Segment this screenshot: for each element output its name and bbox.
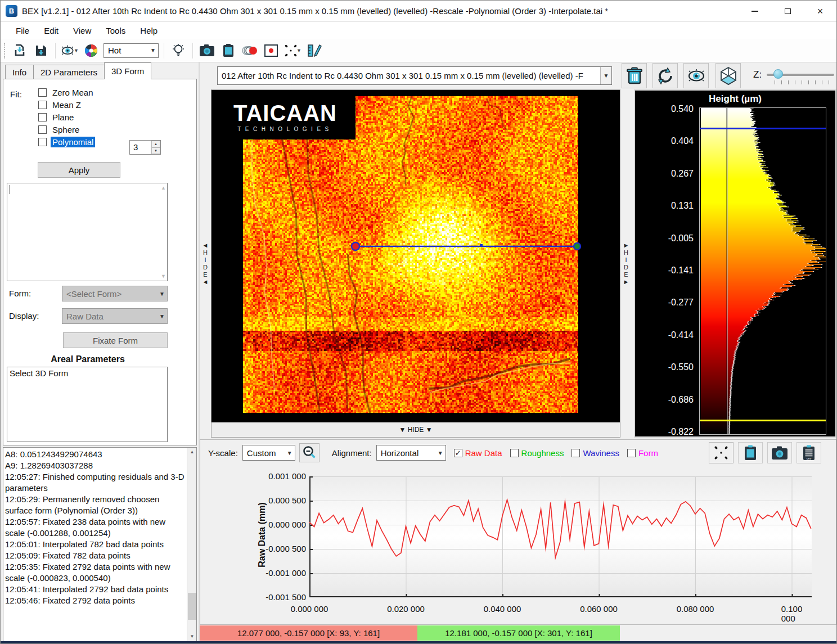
fixate-form-button[interactable]: Fixate Form — [63, 332, 168, 348]
marker-button[interactable] — [262, 42, 280, 60]
apply-button[interactable]: Apply — [38, 162, 120, 178]
fit-checkbox[interactable] — [38, 88, 47, 97]
left-tabs: Info2D Parameters3D Form — [5, 64, 151, 79]
zoom-out-button[interactable] — [299, 443, 320, 462]
fit-option-label[interactable]: Sphere — [51, 124, 81, 135]
menu-item[interactable]: Help — [133, 24, 165, 38]
menu-item[interactable]: Edit — [37, 24, 66, 38]
log-scrollbar[interactable]: ▲ ▼ — [187, 448, 196, 641]
tab[interactable]: Info — [5, 65, 34, 79]
z-slider-thumb[interactable] — [773, 69, 783, 79]
display-label: Display: — [9, 311, 39, 321]
raw-data-chart[interactable] — [309, 476, 812, 597]
series-checkbox[interactable] — [572, 449, 580, 457]
tab[interactable]: 3D Form — [104, 62, 151, 79]
light-button[interactable] — [169, 42, 187, 60]
hide-bottom-strip[interactable]: ▼ HIDE ▼ — [212, 422, 620, 437]
yscale-select[interactable]: Custom ▼ — [242, 445, 295, 461]
copy-button[interactable] — [219, 42, 237, 60]
display-select[interactable]: Raw Data ▼ — [62, 308, 168, 324]
histogram-tick-labels: 0.5400.4040.2670.131-0.005-0.141-0.277-0… — [635, 104, 694, 436]
log-line: 12:05:41: Interpolated 2792 bad data poi… — [5, 584, 185, 595]
fit-option-label[interactable]: Mean Z — [51, 100, 83, 110]
close-icon: × — [817, 6, 824, 16]
scrollbar-thumb[interactable] — [188, 593, 196, 620]
spinner-down-button[interactable]: ▼ — [151, 147, 160, 154]
form-select[interactable]: <Select Form> ▼ — [62, 286, 168, 301]
fit-option-row: Plane — [38, 111, 95, 123]
window-bottom-edge — [1, 641, 836, 644]
menu-item[interactable]: File — [8, 24, 37, 38]
chart-fullscreen-button[interactable] — [709, 442, 734, 463]
colormap-button[interactable] — [82, 42, 100, 60]
polynomial-order-spinner[interactable]: 3 ▲ ▼ — [129, 140, 161, 155]
scroll-down-icon[interactable]: ▼ — [161, 273, 166, 279]
fit-option-label[interactable]: Polynomial — [51, 137, 95, 147]
import-button[interactable] — [11, 42, 29, 60]
view-options-button[interactable]: ▼ — [61, 42, 79, 60]
minimize-button[interactable] — [739, 1, 771, 21]
series-toggle-label: Roughness — [521, 448, 564, 458]
hide-right-strip[interactable]: ►HIDE► — [621, 89, 631, 438]
surface-heatmap[interactable] — [243, 96, 578, 413]
series-toggle[interactable]: Form — [627, 448, 658, 458]
status-bar: 12.077 000, -0.157 000 [X: 93, Y: 161] 1… — [200, 625, 837, 641]
histogram-tick: -0.141 — [635, 265, 694, 275]
viewer-canvas-area[interactable]: TAICAAN TECHNOLOGIES — [212, 90, 620, 424]
save-button[interactable] — [32, 42, 50, 60]
scrollbar-up-icon[interactable]: ▲ — [187, 448, 197, 457]
series-checkbox[interactable] — [510, 449, 519, 457]
menu-item[interactable]: Tools — [98, 24, 133, 38]
snapshot-button[interactable] — [198, 42, 216, 60]
alignment-label: Alignment: — [332, 448, 372, 458]
fit-option-row: Zero Mean — [38, 86, 95, 98]
series-checkbox[interactable] — [627, 449, 636, 457]
refresh-button[interactable] — [652, 63, 678, 88]
fit-option-label[interactable]: Zero Mean — [51, 87, 95, 98]
camera-icon — [771, 445, 788, 460]
scroll-up-icon[interactable]: ▲ — [161, 185, 166, 191]
series-toggle[interactable]: Waviness — [572, 448, 619, 458]
height-histogram-panel: Height (µm) 0.5400.4040.2670.131-0.005-0… — [634, 89, 836, 438]
dataset-select[interactable]: 012 After 10th Rc Indent to Rc 0.4430 Oh… — [217, 66, 612, 85]
chart-snapshot-button[interactable] — [767, 442, 792, 463]
height-histogram[interactable] — [699, 107, 826, 435]
log-line: 12:05:46: Fixated 2792 data points — [5, 595, 185, 606]
yscale-label: Y-scale: — [208, 448, 238, 458]
fit-result-textarea[interactable]: ▲ ▼ — [7, 183, 168, 281]
form-select-caret: ▼ — [157, 286, 167, 301]
view-3d-button[interactable] — [716, 63, 741, 88]
trash-icon — [626, 67, 643, 85]
delete-button[interactable] — [622, 63, 647, 88]
visibility-button[interactable] — [683, 63, 709, 88]
record-button[interactable] — [241, 42, 259, 60]
colormap-select[interactable]: Hot ▼ — [104, 43, 159, 58]
close-button[interactable]: × — [804, 1, 836, 21]
alignment-select[interactable]: Horizontal ▼ — [376, 445, 446, 461]
spinner-up-button[interactable]: ▲ — [151, 141, 160, 147]
log-box[interactable]: A8: 0.0512434929074643A9: 1.282694030372… — [3, 447, 197, 642]
fit-checkbox[interactable] — [38, 101, 47, 109]
series-toggle[interactable]: Roughness — [510, 448, 564, 458]
menu-item[interactable]: View — [66, 24, 98, 38]
fit-checkbox[interactable] — [38, 113, 47, 121]
hide-left-strip[interactable]: ◄HIDE◄ — [200, 89, 210, 438]
measure-icon — [306, 43, 322, 58]
series-checkbox[interactable] — [454, 449, 462, 457]
tab-label: 3D Form — [111, 66, 144, 76]
tab[interactable]: 2D Parameters — [33, 65, 105, 79]
measure-button[interactable] — [305, 42, 323, 60]
scrollbar-down-icon[interactable]: ▼ — [187, 632, 197, 641]
app-icon: B — [6, 5, 17, 17]
chart-y-tick: 0.000 000 — [234, 520, 306, 529]
series-toggle[interactable]: Raw Data — [454, 448, 502, 458]
maximize-button[interactable] — [771, 1, 804, 21]
chart-export-csv-button[interactable]: csv — [796, 442, 821, 463]
fit-checkbox[interactable] — [38, 138, 47, 146]
log-line: A9: 1.28269403037288 — [5, 460, 185, 471]
resize-button[interactable]: ▼ — [284, 42, 302, 60]
chart-copy-button[interactable] — [738, 442, 763, 463]
fit-option-label[interactable]: Plane — [51, 112, 75, 123]
save-icon — [34, 43, 48, 58]
fit-checkbox[interactable] — [38, 125, 47, 134]
